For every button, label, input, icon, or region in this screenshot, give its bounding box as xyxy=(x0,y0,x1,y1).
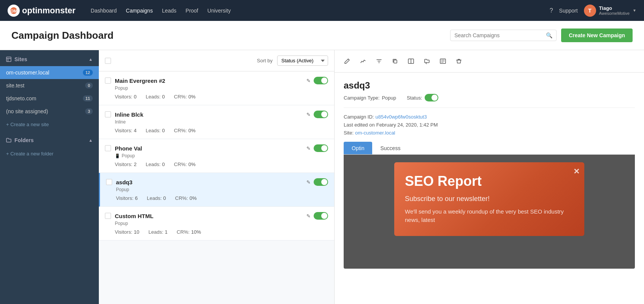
search-box: 🔍 xyxy=(450,30,557,41)
campaign-item-4[interactable]: asdq3 ✎ Popup Visitors: 6 Leads: 0 CR%: xyxy=(99,173,334,207)
sort-select[interactable]: Status (Active) Status (Inactive) Name D… xyxy=(277,55,328,66)
tab-optin[interactable]: Optin xyxy=(344,142,372,154)
cr-label-5: CR%: xyxy=(177,229,190,235)
cr-stat-3: CR%: 0% xyxy=(174,162,196,167)
nav-dashboard[interactable]: Dashboard xyxy=(91,8,117,14)
campaign-checkbox-4[interactable] xyxy=(106,179,112,185)
analytics-button[interactable] xyxy=(357,55,370,68)
cr-value-4: 0% xyxy=(189,195,197,201)
sort-label: Sort by xyxy=(257,58,273,63)
site-badge-1: 0 xyxy=(85,82,93,89)
create-site-link[interactable]: + Create a new site xyxy=(0,118,99,131)
campaign-item-1[interactable]: Main Evergreen #2 ✎ Popup Visitors: 0 Le… xyxy=(99,71,334,105)
campaign-toggle-4[interactable] xyxy=(314,178,328,186)
leads-stat-4: Leads: 0 xyxy=(147,195,166,201)
embed-button[interactable] xyxy=(436,55,449,68)
main-layout: Sites ▲ om-customer.local 12 site.test 0… xyxy=(0,50,644,304)
detail-status-label: Status: xyxy=(407,95,422,101)
campaign-edit-icon-3[interactable]: ✎ xyxy=(306,146,311,151)
sidebar-item-site-3[interactable]: (no site assigned) 3 xyxy=(0,105,99,118)
tab-success[interactable]: Success xyxy=(372,142,408,154)
phone-icon: 📱 xyxy=(115,154,120,158)
sites-section-header[interactable]: Sites ▲ xyxy=(0,50,99,66)
campaign-checkbox-2[interactable] xyxy=(105,111,111,117)
campaign-toggle-3[interactable] xyxy=(314,144,328,152)
campaign-toggle-5[interactable] xyxy=(314,212,328,220)
campaign-toggle-1[interactable] xyxy=(314,77,328,84)
leads-stat-3: Leads: 0 xyxy=(146,162,165,167)
sites-section-title: Sites xyxy=(6,56,27,62)
campaign-edit-icon-5[interactable]: ✎ xyxy=(306,213,311,219)
user-menu[interactable]: T Tiago AwesomeMotive ▼ xyxy=(584,5,636,17)
create-campaign-button[interactable]: Create New Campaign xyxy=(561,28,633,42)
select-all-checkbox[interactable] xyxy=(105,58,111,64)
nav-proof[interactable]: Proof xyxy=(186,8,198,14)
leads-label-4: Leads: xyxy=(147,195,162,201)
detail-edited-value: February 24, 2020, 1:42 PM xyxy=(376,122,438,128)
folders-section-header[interactable]: Folders ▲ xyxy=(0,131,99,147)
detail-toolbar xyxy=(335,50,644,73)
avatar: T xyxy=(584,5,596,17)
visitors-label-1: Visitors: xyxy=(115,94,132,100)
campaign-name-1: Main Evergreen #2 xyxy=(115,78,303,84)
leads-value-2: 0 xyxy=(162,128,165,133)
detail-edited-row: Last edited on February 24, 2020, 1:42 P… xyxy=(344,122,635,128)
move-folder-button[interactable] xyxy=(420,55,433,68)
campaign-stats-3: Visitors: 2 Leads: 0 CR%: 0% xyxy=(115,162,328,167)
filter-button[interactable] xyxy=(373,55,385,68)
split-test-button[interactable] xyxy=(404,55,417,68)
campaign-item-2[interactable]: Inline Blck ✎ Inline Visitors: 4 Leads: … xyxy=(99,105,334,139)
nav-campaigns[interactable]: Campaigns xyxy=(126,8,153,14)
campaign-name-3: Phone Val xyxy=(115,145,303,152)
campaign-edit-icon-1[interactable]: ✎ xyxy=(306,78,311,84)
detail-id-value[interactable]: u854v0wp6fw0sosktut3 xyxy=(375,114,427,120)
search-input[interactable] xyxy=(454,32,544,38)
nav-right: ? Support T Tiago AwesomeMotive ▼ xyxy=(550,5,636,17)
top-navigation: OM optinmonster Dashboard Campaigns Lead… xyxy=(0,0,644,21)
folders-label: Folders xyxy=(14,137,34,143)
edit-campaign-button[interactable] xyxy=(341,55,354,68)
support-link[interactable]: Support xyxy=(559,8,578,14)
detail-site-value[interactable]: om-customer.local xyxy=(355,130,395,136)
duplicate-button[interactable] xyxy=(389,55,401,68)
popup-preview: ✕ SEO Report Subscribe to our newsletter… xyxy=(394,162,584,236)
cr-label-4: CR%: xyxy=(175,195,188,201)
campaign-item-5[interactable]: Custom HTML ✎ Popup Visitors: 10 Leads: … xyxy=(99,207,334,241)
app-logo[interactable]: OM optinmonster xyxy=(8,5,76,17)
popup-close-icon[interactable]: ✕ xyxy=(573,167,580,176)
detail-campaign-name: asdq3 xyxy=(344,80,635,91)
campaign-checkbox-1[interactable] xyxy=(105,78,111,84)
campaign-edit-icon-4[interactable]: ✎ xyxy=(306,179,311,185)
nav-university[interactable]: University xyxy=(208,8,231,14)
campaign-item-3[interactable]: Phone Val ✎ 📱 Popup Visitors: 2 Leads: 0 xyxy=(99,139,334,173)
cr-value-3: 0% xyxy=(188,162,195,167)
site-name-1: site.test xyxy=(6,82,24,89)
campaign-stats-2: Visitors: 4 Leads: 0 CR%: 0% xyxy=(115,128,328,133)
sidebar-item-site-1[interactable]: site.test 0 xyxy=(0,79,99,92)
campaign-type-5: Popup xyxy=(115,221,328,226)
campaign-list-panel: Sort by Status (Active) Status (Inactive… xyxy=(99,50,335,304)
campaign-row1-1: Main Evergreen #2 ✎ xyxy=(105,77,328,84)
chevron-down-icon: ▼ xyxy=(633,8,636,13)
detail-divider xyxy=(344,108,635,108)
visitors-value-3: 2 xyxy=(134,162,136,167)
campaign-checkbox-3[interactable] xyxy=(105,145,111,151)
leads-label-1: Leads: xyxy=(146,94,160,100)
site-name-3: (no site assigned) xyxy=(6,108,48,114)
nav-leads[interactable]: Leads xyxy=(162,8,176,14)
campaign-toggle-2[interactable] xyxy=(314,111,328,118)
create-folder-link[interactable]: + Create a new folder xyxy=(0,147,99,160)
help-icon[interactable]: ? xyxy=(550,7,553,14)
campaign-row1-2: Inline Blck ✎ xyxy=(105,111,328,118)
sidebar-item-site-2[interactable]: tjdsneto.com 11 xyxy=(0,92,99,105)
detail-status-toggle[interactable] xyxy=(425,94,438,101)
leads-value-5: 1 xyxy=(165,229,168,235)
visitors-stat-4: Visitors: 6 xyxy=(116,195,138,201)
campaign-checkbox-5[interactable] xyxy=(105,213,111,219)
campaign-edit-icon-2[interactable]: ✎ xyxy=(306,112,311,117)
delete-button[interactable] xyxy=(452,55,465,68)
campaign-type-1: Popup xyxy=(115,86,328,91)
site-name-0: om-customer.local xyxy=(6,70,49,76)
sidebar-item-site-0[interactable]: om-customer.local 12 xyxy=(0,66,99,79)
leads-stat-5: Leads: 1 xyxy=(148,229,167,235)
